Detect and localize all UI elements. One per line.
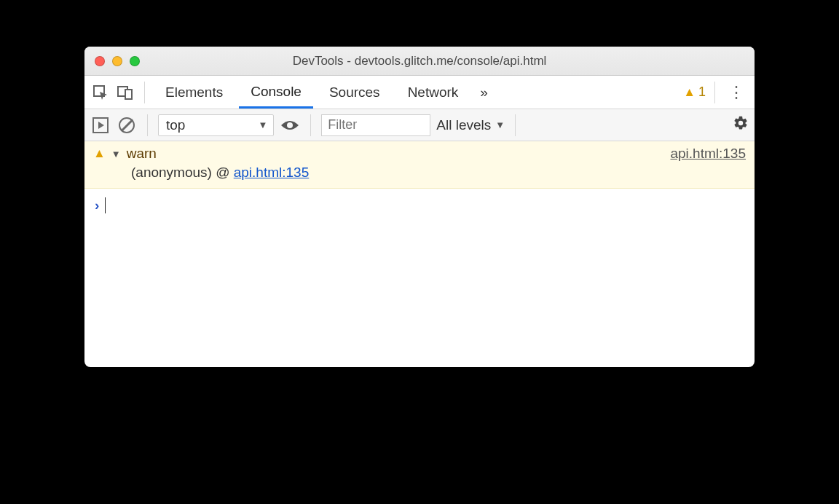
divider: [310, 114, 311, 136]
window-title: DevTools - devtools.glitch.me/console/ap…: [84, 54, 755, 68]
traffic-lights: [95, 56, 140, 66]
levels-label: All levels: [436, 117, 491, 133]
inspect-element-icon[interactable]: [90, 82, 111, 103]
stack-trace: (anonymous) @ api.html:135: [93, 165, 746, 181]
warning-icon: ▲: [683, 85, 696, 100]
live-expression-icon[interactable]: [280, 115, 300, 135]
device-toggle-icon[interactable]: [115, 82, 135, 103]
svg-rect-2: [125, 90, 132, 99]
devtools-window: DevTools - devtools.glitch.me/console/ap…: [84, 47, 755, 367]
divider: [714, 82, 715, 103]
source-link[interactable]: api.html:135: [670, 146, 746, 162]
divider: [144, 82, 145, 103]
warning-count: 1: [698, 84, 706, 100]
close-icon[interactable]: [95, 56, 105, 66]
titlebar: DevTools - devtools.glitch.me/console/ap…: [84, 47, 755, 76]
tab-sources[interactable]: Sources: [318, 77, 392, 107]
expand-toggle-icon[interactable]: ▼: [111, 149, 121, 160]
divider: [147, 114, 148, 136]
execution-context-selector[interactable]: top ▼: [158, 114, 274, 136]
warning-count-badge[interactable]: ▲ 1: [683, 84, 706, 100]
log-level-selector[interactable]: All levels ▼: [436, 117, 505, 133]
context-label: top: [166, 117, 185, 133]
main-tabbar: Elements Console Sources Network » ▲ 1 ⋮: [84, 76, 755, 109]
svg-point-3: [287, 122, 293, 128]
tab-console[interactable]: Console: [239, 76, 313, 109]
toggle-drawer-icon[interactable]: [90, 115, 111, 135]
divider: [515, 114, 516, 136]
tab-network[interactable]: Network: [396, 77, 470, 107]
tab-elements[interactable]: Elements: [154, 77, 235, 107]
console-output: ▲ ▼ warn api.html:135 (anonymous) @ api.…: [84, 141, 755, 367]
tabs-overflow-icon[interactable]: »: [474, 77, 494, 108]
console-settings-icon[interactable]: [733, 115, 749, 135]
filter-input[interactable]: [321, 114, 430, 136]
trace-label: (anonymous) @: [131, 165, 234, 180]
console-prompt[interactable]: ›: [84, 189, 755, 222]
minimize-icon[interactable]: [112, 56, 122, 66]
console-toolbar: top ▼ All levels ▼: [84, 109, 755, 141]
text-caret: [105, 197, 106, 213]
kebab-menu-icon[interactable]: ⋮: [724, 83, 749, 102]
warning-icon: ▲: [93, 146, 106, 161]
prompt-icon: ›: [95, 197, 99, 213]
chevron-down-icon: ▼: [495, 119, 505, 130]
console-warning-entry: ▲ ▼ warn api.html:135 (anonymous) @ api.…: [84, 141, 755, 189]
clear-console-icon[interactable]: [117, 115, 137, 135]
log-message: warn: [127, 146, 157, 162]
trace-source-link[interactable]: api.html:135: [234, 165, 310, 180]
zoom-icon[interactable]: [130, 56, 140, 66]
chevron-down-icon: ▼: [258, 119, 267, 130]
